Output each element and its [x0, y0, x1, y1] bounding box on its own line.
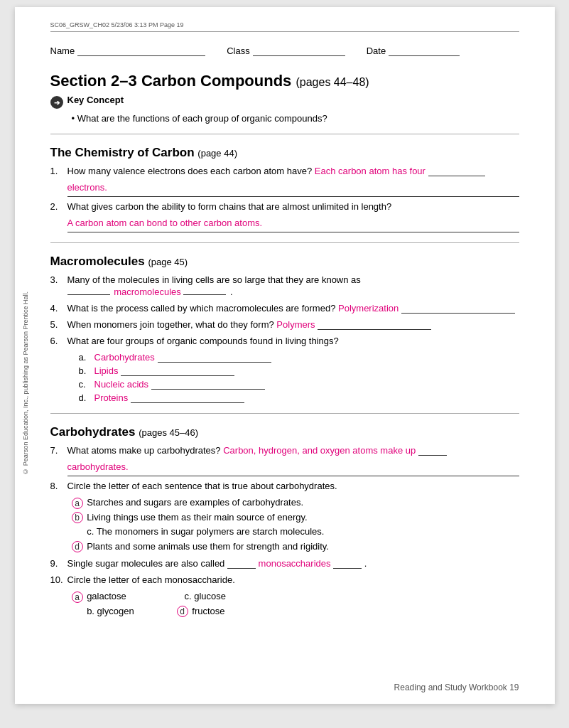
- q7-line: [418, 446, 447, 456]
- date-label: Date: [367, 46, 386, 56]
- question-1: 1. How many valence electrons does each …: [50, 166, 519, 176]
- q8-choice-b: b Living things use them as their main s…: [72, 512, 519, 524]
- circle-d: d: [72, 541, 83, 552]
- q1-full-line: [67, 193, 519, 197]
- question-7: 7. What atoms make up carbohydrates? Car…: [50, 445, 519, 456]
- q3-answer: macromolecules: [114, 287, 181, 297]
- question-9: 9. Single sugar molecules are also calle…: [50, 558, 519, 569]
- q1-num: 1.: [50, 166, 65, 176]
- q9-num: 9.: [50, 558, 65, 569]
- class-label: Class: [227, 46, 250, 56]
- q7-num: 7.: [50, 445, 65, 456]
- q9-text: Single sugar molecules are also called m…: [67, 558, 519, 569]
- macro-page-ref: (page 45): [148, 257, 188, 267]
- chemistry-page-ref: (page 44): [197, 148, 237, 159]
- footer: Reading and Study Workbook 19: [394, 682, 519, 692]
- q4-answer: Polymerization: [338, 303, 399, 314]
- chemistry-subsection-title: The Chemistry of Carbon (page 44): [50, 146, 519, 160]
- name-input[interactable]: [77, 45, 205, 56]
- choice-c-label: c.: [87, 526, 94, 537]
- circle-d2: d: [177, 606, 188, 617]
- circle-a2: a: [72, 592, 83, 603]
- carbohydrates-subsection-title: Carbohydrates (pages 45–46): [50, 425, 519, 439]
- q6-list: a. Carbohydrates b. Lipids c. Nucleic ac…: [79, 352, 519, 403]
- question-4: 4. What is the process called by which m…: [50, 303, 519, 314]
- circle-b: b: [72, 512, 83, 523]
- q6-text: What are four groups of organic compound…: [67, 336, 519, 346]
- question-3: 3. Many of the molecules in living cells…: [50, 274, 519, 297]
- divider-1: [50, 134, 519, 134]
- q4-text: What is the process called by which macr…: [67, 303, 519, 314]
- divider-2: [50, 242, 519, 243]
- question-6: 6. What are four groups of organic compo…: [50, 336, 519, 346]
- q10-row1: a galactose c. glucose: [72, 591, 519, 603]
- q8-choice-d: d Plants and some animals use them for s…: [72, 541, 519, 553]
- q10-choice-a: a galactose: [72, 591, 126, 603]
- carb-page-ref: (pages 45–46): [139, 427, 198, 438]
- pages-ref: (pages 44–48): [296, 76, 369, 88]
- q5-text: When monomers join together, what do the…: [67, 319, 519, 330]
- question-8: 8. Circle the letter of each sentence th…: [50, 481, 519, 491]
- q1-text: How many valence electrons does each car…: [67, 166, 519, 176]
- question-5: 5. When monomers join together, what do …: [50, 319, 519, 330]
- q7-answer2-block: carbohydrates.: [67, 461, 519, 476]
- q10-text: Circle the letter of each monosaccharide…: [67, 574, 519, 585]
- question-2: 2. What gives carbon the ability to form…: [50, 201, 519, 212]
- q8-text: Circle the letter of each sentence that …: [67, 481, 519, 491]
- date-field: Date: [367, 45, 460, 56]
- q6-item-d: d. Proteins: [79, 392, 519, 403]
- name-field: Name: [50, 45, 206, 56]
- page: SC06_GRSW_CH02 5/23/06 3:13 PM Page 19 N…: [15, 7, 555, 704]
- class-field: Class: [227, 45, 345, 56]
- q10-row2: b. glycogen d fructose: [72, 606, 519, 618]
- q1-answer: Each carbon atom has four: [315, 166, 426, 176]
- key-concept-bullet: • What are the functions of each group o…: [72, 113, 519, 124]
- q8-num: 8.: [50, 481, 65, 491]
- q10-choice-d: d fructose: [177, 606, 225, 618]
- date-input[interactable]: [389, 45, 460, 56]
- name-class-date-row: Name Class Date: [50, 45, 519, 56]
- q6-item-c: c. Nucleic acids: [79, 379, 519, 390]
- q2-full-line: [67, 228, 519, 232]
- q8-choice-c: c. The monomers in sugar polymers are st…: [72, 526, 519, 538]
- divider-3: [50, 413, 519, 414]
- macromolecules-subsection-title: Macromolecules (page 45): [50, 255, 519, 269]
- sidebar-copyright: © Pearson Education, Inc., publishing as…: [22, 291, 29, 475]
- q6-item-a: a. Carbohydrates: [79, 352, 519, 363]
- q5-answer: Polymers: [276, 319, 315, 330]
- name-label: Name: [50, 46, 75, 56]
- header-bar: SC06_GRSW_CH02 5/23/06 3:13 PM Page 19: [50, 21, 519, 32]
- circle-a: a: [72, 498, 83, 509]
- key-concept-row: ➔ Key Concept: [50, 95, 519, 109]
- q6-num: 6.: [50, 336, 65, 346]
- q4-line: [401, 304, 515, 314]
- q3-num: 3.: [50, 274, 65, 285]
- q9-answer: monosaccharides: [259, 558, 331, 569]
- question-10: 10. Circle the letter of each monosaccha…: [50, 574, 519, 585]
- key-concept-icon: ➔: [50, 96, 63, 109]
- q10-choice-b: b. glycogen: [72, 606, 134, 618]
- q5-num: 5.: [50, 319, 65, 330]
- q8-choice-a: a Starches and sugars are examples of ca…: [72, 497, 519, 509]
- q7-answer: Carbon, hydrogen, and oxygen atoms make …: [223, 445, 416, 456]
- q1-answer-line: [428, 166, 485, 176]
- class-input[interactable]: [253, 45, 345, 56]
- section-title: Section 2–3 Carbon Compounds (pages 44–4…: [50, 72, 519, 90]
- q10-num: 10.: [50, 574, 65, 585]
- q10-choice-c: c. glucose: [169, 591, 226, 603]
- q7-text: What atoms make up carbohydrates? Carbon…: [67, 445, 519, 456]
- q5-line: [318, 320, 431, 330]
- q3-text: Many of the molecules in living cells ar…: [67, 274, 519, 297]
- q1-answer-block: electrons.: [67, 182, 519, 197]
- q4-num: 4.: [50, 303, 65, 314]
- q6-item-b: b. Lipids: [79, 365, 519, 376]
- q2-answer-block: A carbon atom can bond to other carbon a…: [67, 218, 519, 232]
- header-text: SC06_GRSW_CH02 5/23/06 3:13 PM Page 19: [50, 21, 184, 28]
- q2-text: What gives carbon the ability to form ch…: [67, 201, 519, 212]
- key-concept-label: Key Concept: [67, 95, 124, 105]
- q2-num: 2.: [50, 201, 65, 212]
